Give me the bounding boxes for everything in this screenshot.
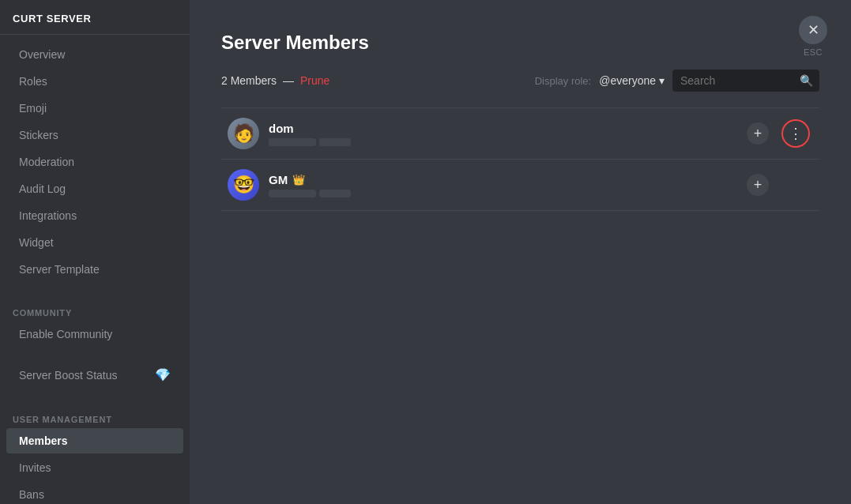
sidebar-item-server-template[interactable]: Server Template [6, 257, 183, 282]
sidebar-item-boost[interactable]: Server Boost Status 💎 [6, 361, 183, 389]
sidebar-item-label: Stickers [19, 129, 58, 141]
member-roles-bar [269, 190, 739, 197]
avatar: 🧑 [228, 118, 259, 149]
member-options-button[interactable]: ⋮ [781, 119, 810, 148]
sidebar-item-emoji[interactable]: Emoji [6, 96, 183, 121]
table-row: 🧑 dom + ⋮ [221, 107, 819, 159]
meta-dash: — [283, 74, 294, 87]
member-name: GM 👑 [269, 173, 739, 186]
boost-icon: 💎 [155, 367, 171, 382]
search-wrapper: 🔍 [672, 70, 819, 92]
role-value: @everyone [599, 74, 656, 87]
meta-right: Display role: @everyone ▾ 🔍 [535, 70, 819, 92]
sidebar-item-label: Widget [19, 236, 54, 249]
sidebar-item-label: Invites [19, 461, 51, 474]
member-options-placeholder [781, 171, 810, 199]
sidebar-item-label: Audit Log [19, 182, 66, 195]
role-pill [319, 138, 351, 146]
display-role-label: Display role: [535, 75, 592, 87]
main-content: ✕ ESC Server Members 2 Members — Prune D… [190, 0, 851, 504]
close-button[interactable]: ✕ [799, 16, 827, 44]
role-pill [269, 138, 316, 146]
sidebar-item-integrations[interactable]: Integrations [6, 203, 183, 228]
esc-button-container: ✕ ESC [799, 16, 827, 57]
prune-link[interactable]: Prune [300, 74, 329, 87]
ellipsis-icon: ⋮ [789, 125, 803, 142]
search-input[interactable] [672, 70, 819, 92]
member-info: GM 👑 [269, 173, 739, 197]
sidebar-item-moderation[interactable]: Moderation [6, 149, 183, 175]
community-section-label: COMMUNITY [0, 295, 190, 321]
chevron-down-icon: ▾ [659, 74, 665, 87]
member-name: dom [269, 122, 739, 135]
sidebar-item-roles[interactable]: Roles [6, 69, 183, 94]
sidebar-item-bans[interactable]: Bans [6, 482, 183, 504]
crown-icon: 👑 [292, 174, 305, 186]
members-meta: 2 Members — Prune Display role: @everyon… [221, 70, 819, 92]
esc-label: ESC [804, 47, 823, 57]
sidebar-item-label: Roles [19, 75, 47, 88]
sidebar-item-label: Emoji [19, 102, 47, 115]
sidebar-item-invites[interactable]: Invites [6, 455, 183, 480]
sidebar-item-audit-log[interactable]: Audit Log [6, 176, 183, 201]
sidebar-item-label: Moderation [19, 156, 74, 168]
role-pill [269, 190, 316, 197]
sidebar: CURT SERVER Overview Roles Emoji Sticker… [0, 0, 190, 504]
sidebar-item-enable-community[interactable]: Enable Community [6, 322, 183, 347]
close-icon: ✕ [808, 21, 819, 39]
sidebar-item-label: Integrations [19, 209, 77, 222]
member-info: dom [269, 122, 739, 146]
role-select[interactable]: @everyone ▾ [599, 74, 665, 87]
sidebar-item-label: Server Template [19, 263, 100, 276]
members-list: 🧑 dom + ⋮ 🤓 [221, 107, 819, 211]
sidebar-item-overview[interactable]: Overview [6, 42, 183, 67]
add-role-button[interactable]: + [747, 174, 769, 196]
sidebar-item-label: Server Boost Status [19, 369, 118, 382]
search-icon[interactable]: 🔍 [800, 74, 813, 87]
sidebar-item-stickers[interactable]: Stickers [6, 122, 183, 148]
server-name: CURT SERVER [0, 13, 190, 35]
add-role-button[interactable]: + [747, 122, 769, 145]
table-row: 🤓 GM 👑 + [221, 159, 819, 211]
sidebar-item-label: Enable Community [19, 328, 112, 340]
plus-icon: + [754, 126, 763, 141]
sidebar-item-label: Bans [19, 488, 44, 501]
sidebar-item-label: Members [19, 434, 67, 447]
plus-icon: + [754, 178, 763, 192]
avatar: 🤓 [228, 169, 259, 201]
member-roles-bar [269, 138, 739, 146]
members-count: 2 Members [221, 74, 277, 87]
page-title: Server Members [221, 32, 819, 54]
sidebar-item-widget[interactable]: Widget [6, 230, 183, 255]
sidebar-item-label: Overview [19, 48, 65, 61]
sidebar-item-members[interactable]: Members [6, 428, 183, 453]
role-pill [319, 190, 351, 197]
user-management-section-label: USER MANAGEMENT [0, 402, 190, 427]
